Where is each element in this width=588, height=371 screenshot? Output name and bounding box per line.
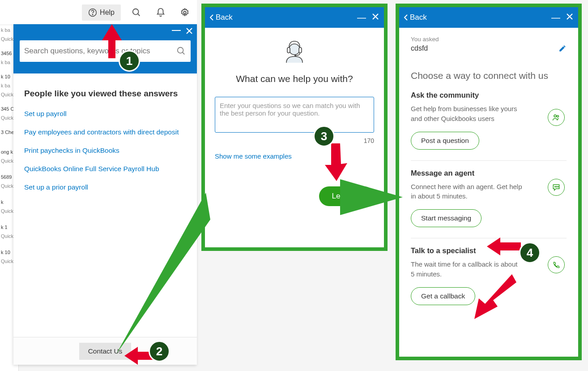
help-button[interactable]: Help [82, 4, 121, 21]
phone-icon [552, 261, 560, 269]
chat-icon [548, 179, 565, 196]
talk-specialist-section: Talk to a specialist The wait time for a… [411, 238, 567, 316]
section-title: Message an agent [411, 169, 567, 177]
section-desc: The wait time for a callback is about 5 … [411, 259, 523, 279]
contact-us-button[interactable]: Contact Us [79, 343, 132, 360]
help-panel-header: — [13, 24, 197, 73]
top-toolbar: Help [0, 0, 197, 25]
help-panel-body: People like you viewed these answers Set… [13, 73, 197, 337]
close-icon [185, 27, 193, 35]
phone-icon-circle [548, 256, 565, 273]
help-answer-link[interactable]: QuickBooks Online Full Service Payroll H… [24, 164, 186, 174]
help-icon [88, 8, 97, 17]
svg-rect-15 [299, 47, 302, 53]
svg-point-19 [554, 115, 556, 117]
agent-icon [280, 38, 309, 66]
search-icon [176, 46, 186, 56]
close-icon [371, 13, 379, 21]
help-search-input[interactable] [24, 47, 176, 56]
svg-rect-14 [287, 47, 290, 53]
pencil-icon [558, 44, 567, 52]
svg-point-16 [294, 55, 296, 56]
help-answer-link[interactable]: Set up a prior payroll [24, 183, 186, 192]
contact-question-panel: Back — What can we help you with? 170 Sh… [201, 4, 388, 251]
panel-header: Back — [399, 7, 578, 28]
message-agent-section: Message an agent Connect here with an ag… [411, 161, 567, 239]
help-label: Help [100, 9, 115, 17]
connect-heading: Choose a way to connect with us [411, 70, 567, 81]
notifications-button[interactable] [152, 4, 169, 21]
back-label: Back [216, 13, 233, 22]
svg-point-2 [133, 9, 139, 14]
svg-point-23 [558, 186, 558, 187]
step-badge-3: 3 [313, 125, 335, 147]
svg-point-1 [92, 14, 93, 14]
step-badge-2: 2 [149, 341, 170, 362]
ask-community-section: Ask the community Get help from business… [411, 91, 567, 161]
you-asked-value: cdsfd [411, 44, 428, 52]
close-icon [566, 13, 574, 21]
you-asked-label: You asked [411, 36, 567, 43]
section-title: Ask the community [411, 91, 567, 99]
post-question-button[interactable]: Post a question [411, 132, 479, 150]
show-examples-link[interactable]: Show me some examples [215, 152, 374, 160]
connect-panel: Back — You asked cdsfd Choose a way to c… [396, 4, 582, 360]
back-label: Back [410, 13, 427, 22]
svg-point-21 [555, 186, 556, 187]
char-count: 170 [215, 137, 374, 144]
chevron-left-icon [209, 14, 214, 21]
get-callback-button[interactable]: Get a callback [411, 287, 475, 305]
chevron-left-icon [404, 14, 408, 21]
svg-line-3 [138, 13, 140, 16]
help-search-field[interactable] [20, 40, 191, 62]
edit-question-button[interactable] [558, 44, 567, 54]
step-badge-1: 1 [119, 50, 140, 72]
minimize-button[interactable]: — [172, 25, 181, 35]
question-input[interactable] [215, 97, 374, 133]
bell-icon [156, 8, 166, 17]
minimize-button[interactable]: — [357, 13, 366, 23]
close-button[interactable] [185, 27, 193, 36]
svg-point-20 [557, 115, 558, 117]
minimize-button[interactable]: — [551, 13, 560, 23]
svg-point-13 [289, 44, 300, 55]
gear-icon [180, 8, 190, 17]
section-desc: Connect here with an agent. Get help in … [411, 182, 523, 202]
back-button[interactable]: Back [404, 13, 427, 22]
users-icon [552, 113, 561, 122]
lets-talk-button[interactable]: Let's talk [319, 186, 374, 206]
close-button[interactable] [371, 13, 379, 23]
step-badge-4: 4 [519, 242, 541, 263]
settings-button[interactable] [176, 4, 193, 21]
question-heading: What can we help you with? [215, 73, 374, 84]
search-button[interactable] [128, 4, 145, 21]
help-answer-link[interactable]: Print paychecks in QuickBooks [24, 146, 186, 155]
svg-point-22 [556, 186, 557, 187]
community-icon [548, 109, 565, 126]
svg-point-4 [183, 11, 186, 14]
search-icon [132, 8, 141, 17]
svg-line-8 [183, 52, 185, 55]
panel-header: Back — [205, 7, 384, 28]
help-heading: People like you viewed these answers [24, 89, 186, 99]
message-icon [552, 183, 561, 192]
back-button[interactable]: Back [209, 13, 233, 22]
start-messaging-button[interactable]: Start messaging [411, 209, 481, 227]
close-button[interactable] [566, 13, 574, 23]
help-answer-link[interactable]: Pay employees and contractors with direc… [24, 128, 186, 137]
section-title: Talk to a specialist [411, 246, 567, 255]
help-answer-link[interactable]: Set up payroll [24, 109, 186, 119]
section-desc: Get help from businesses like yours and … [411, 104, 523, 124]
help-panel: — People like you viewed these answers S… [13, 24, 197, 365]
svg-point-7 [178, 47, 183, 53]
